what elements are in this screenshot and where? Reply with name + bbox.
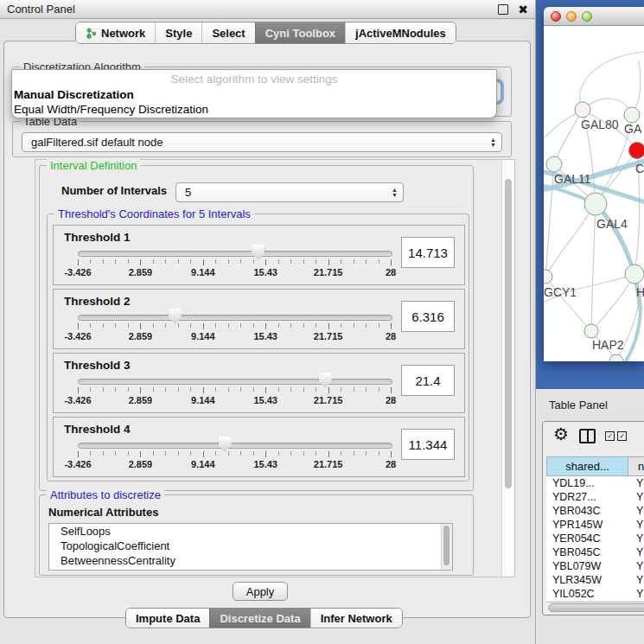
- network-icon: [86, 28, 97, 39]
- slider-thumb[interactable]: [252, 245, 265, 260]
- column-checkbox-icon[interactable]: ✓: [617, 431, 627, 441]
- slider-track[interactable]: [78, 379, 392, 385]
- threshold-value-field[interactable]: 11.344: [401, 429, 455, 460]
- tab-label: Style: [165, 27, 192, 40]
- cell-shared-name: YBL079W: [546, 560, 628, 572]
- table-row[interactable]: YDR27...YDR2: [546, 490, 644, 504]
- stepper-arrows-icon: ▲▼: [392, 188, 398, 198]
- close-traffic-light-icon[interactable]: [551, 11, 561, 22]
- column-header-name[interactable]: name: [628, 456, 644, 476]
- threshold-value-field[interactable]: 14.713: [401, 237, 455, 268]
- bottom-tab-bar: Impute Data Discretize Data Infer Networ…: [125, 608, 403, 628]
- slider-thumb[interactable]: [169, 309, 182, 324]
- slider-track[interactable]: [78, 443, 392, 449]
- tab-jactivemnodules[interactable]: jActiveMNodules: [345, 22, 456, 43]
- node-label: GAL11: [554, 172, 591, 186]
- tick-label: -3.426: [64, 395, 91, 405]
- node-h[interactable]: [625, 265, 644, 284]
- slider-track[interactable]: [78, 315, 392, 321]
- tab-style[interactable]: Style: [155, 22, 201, 43]
- table-row[interactable]: YLR345WYLR3: [546, 573, 644, 587]
- cell-name: YDL1: [628, 477, 644, 489]
- apply-button[interactable]: Apply: [233, 582, 288, 601]
- table-data-combobox[interactable]: galFiltered.sif default node ▲▼: [22, 132, 502, 152]
- tab-impute-data[interactable]: Impute Data: [126, 609, 209, 628]
- control-panel-titlebar: Control Panel ✖: [0, 0, 535, 19]
- node-gcy1[interactable]: [544, 270, 552, 284]
- tick-label: 9.144: [191, 395, 215, 405]
- scrollbar-thumb[interactable]: [443, 526, 450, 565]
- scrollbar-thumb[interactable]: [548, 603, 644, 612]
- tab-infer-network[interactable]: Infer Network: [310, 609, 402, 628]
- node-label: GA: [624, 122, 642, 136]
- tab-label: Discretize Data: [220, 612, 300, 625]
- table-row[interactable]: YBL079WYBL0: [546, 559, 644, 573]
- gear-icon[interactable]: ⚙: [553, 424, 569, 444]
- vertical-scrollbar[interactable]: [501, 160, 514, 577]
- list-item[interactable]: BetweennessCentrality: [49, 553, 452, 568]
- cell-shared-name: YBR043C: [546, 505, 628, 517]
- number-of-intervals-combobox[interactable]: 5 ▲▼: [175, 182, 404, 202]
- node-gal80[interactable]: [575, 102, 590, 118]
- dropdown-option-equal-width[interactable]: Equal Width/Frequency Discretization: [12, 101, 496, 116]
- threshold-label: Threshold 3: [64, 359, 131, 372]
- tab-label: Impute Data: [136, 612, 200, 625]
- close-icon[interactable]: ✖: [518, 0, 528, 19]
- node-red-selected[interactable]: [629, 143, 644, 159]
- tick-label: 15.43: [253, 267, 277, 277]
- scrollbar-thumb[interactable]: [505, 179, 512, 488]
- horizontal-scrollbar[interactable]: [546, 602, 644, 612]
- cell-name: YPR1: [628, 519, 644, 531]
- list-scrollbar[interactable]: [441, 524, 452, 570]
- split-panel-icon[interactable]: [579, 429, 596, 443]
- tick-label: 2.859: [129, 395, 153, 405]
- threshold-value-field[interactable]: 21.4: [401, 365, 455, 396]
- tab-select[interactable]: Select: [201, 22, 254, 43]
- node-hap2[interactable]: [584, 324, 598, 338]
- column-checkbox-icon[interactable]: ✓: [605, 431, 615, 441]
- group-label: Threshold's Coordinates for 5 Intervals: [54, 207, 254, 220]
- table-row[interactable]: YDL19...YDL1: [546, 476, 644, 490]
- group-label: Interval Definition: [47, 159, 140, 172]
- threshold-label: Threshold 1: [64, 231, 131, 244]
- node-gal4[interactable]: [584, 193, 607, 215]
- table-row[interactable]: YPR145WYPR1: [546, 518, 644, 532]
- tick-label: 2.859: [129, 459, 153, 469]
- threshold-value-field[interactable]: 6.316: [401, 301, 455, 332]
- node-label: C: [635, 162, 644, 175]
- node-gal11[interactable]: [546, 156, 562, 172]
- slider-ticks: -3.4262.8599.14415.4321.71528: [78, 323, 391, 344]
- slider-track[interactable]: [78, 251, 392, 257]
- table-row[interactable]: YBR043CYBR0: [546, 504, 644, 518]
- column-header-shared-name[interactable]: shared...: [546, 456, 628, 476]
- tick-label: 2.859: [129, 267, 153, 277]
- cell-name: YLR3: [628, 574, 644, 586]
- list-item[interactable]: TopologicalCoefficient: [49, 539, 452, 553]
- table-row[interactable]: YBR045CYBR0: [546, 545, 644, 559]
- minimize-traffic-light-icon[interactable]: [566, 11, 577, 22]
- table-row[interactable]: YER054CYER0: [546, 532, 644, 545]
- tick-label: 28: [386, 459, 396, 469]
- tick-label: -3.426: [64, 459, 91, 469]
- table-row[interactable]: YIL052CYIL0: [546, 587, 644, 601]
- zoom-traffic-light-icon[interactable]: [582, 11, 592, 22]
- network-nodes: [544, 102, 644, 361]
- tab-network[interactable]: Network: [76, 22, 155, 43]
- tab-cyni-toolbox[interactable]: Cyni Toolbox: [255, 22, 345, 43]
- tick-label: 28: [386, 267, 396, 277]
- list-item[interactable]: SelfLoops: [49, 524, 452, 539]
- network-canvas[interactable]: GAL80 GA C GAL11 GAL4 GCY1 H HAP2: [544, 26, 644, 361]
- tab-discretize-data[interactable]: Discretize Data: [209, 609, 309, 628]
- node-label: H: [636, 285, 644, 299]
- table-data-group: Table Data galFiltered.sif default node …: [12, 121, 512, 157]
- dropdown-option-manual[interactable]: Manual Discretization: [12, 86, 496, 101]
- node-partial-top-right[interactable]: [624, 107, 640, 123]
- slider-thumb[interactable]: [219, 437, 232, 452]
- threshold-label: Threshold 4: [64, 423, 131, 436]
- float-window-icon[interactable]: [498, 4, 508, 15]
- numerical-attributes-list[interactable]: SelfLoopsTopologicalCoefficientBetweenne…: [48, 523, 453, 571]
- slider-thumb[interactable]: [319, 373, 332, 388]
- threshold-panel: Threshold 2-3.4262.8599.14415.4321.71528…: [53, 289, 465, 349]
- node-partial-bottom[interactable]: [609, 354, 623, 361]
- threshold-panel: Threshold 4-3.4262.8599.14415.4321.71528…: [53, 417, 465, 477]
